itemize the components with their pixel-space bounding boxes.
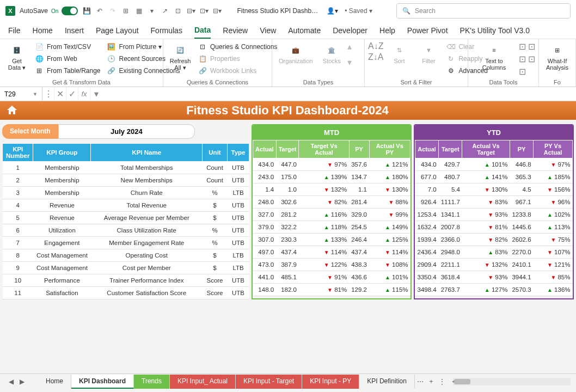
refresh-all-button[interactable]: 🔄 Refresh All ▾ — [167, 41, 194, 74]
whatif-button[interactable]: ⊞ What-If Analysis — [542, 41, 572, 73]
table-row[interactable]: 11SatisfactionCustomer Satisfaction Scor… — [3, 287, 249, 299]
enter-icon[interactable]: ✓ — [66, 87, 78, 101]
ribbon-tab-home[interactable]: Home — [33, 22, 53, 39]
table-row[interactable]: 434.0429.7▲ 101%446.8▼ 97% — [415, 158, 573, 171]
chevron-down-icon[interactable]: ▼ — [33, 91, 38, 97]
home-icon[interactable] — [4, 103, 20, 118]
table-row[interactable]: 307.0230.3▲ 133%246.4▲ 125% — [253, 234, 410, 246]
toggle-icon[interactable] — [62, 7, 78, 15]
table-row[interactable]: 7.05.4▼ 130%4.5▼ 156% — [415, 183, 573, 196]
ribbon-tab-view[interactable]: View — [260, 22, 276, 39]
table-row[interactable]: 434.0447.0▼ 97%357.6▲ 121% — [253, 158, 410, 171]
table-row[interactable]: 677.0480.7▲ 141%365.3▲ 185% — [415, 171, 573, 183]
prev-sheet-icon[interactable]: ◀ — [5, 378, 16, 385]
table-row[interactable]: 7EngagementMember Engagement Rate%UTB — [3, 237, 249, 249]
table-row[interactable]: 5RevenueAverage Revenue per Member$UTB — [3, 212, 249, 224]
qat-icon5[interactable]: ⊡ — [174, 7, 182, 15]
table-row[interactable]: 6UtilizationClass Utilization Rate%UTB — [3, 224, 249, 237]
table-row[interactable]: 8Cost ManagementOperating Cost$LTB — [3, 249, 249, 262]
more-tabs-icon[interactable]: ⋯ — [415, 378, 426, 385]
month-value[interactable]: July 2024 — [58, 124, 195, 139]
chevron-up-icon[interactable]: ▴ — [347, 41, 352, 52]
tool-icon[interactable]: ⊡ — [519, 66, 526, 77]
next-sheet-icon[interactable]: ▶ — [16, 378, 27, 385]
tabs-menu-icon[interactable]: ⋮ — [437, 378, 448, 385]
tool-icon[interactable]: ⊡ — [519, 41, 526, 52]
qat-icon2[interactable]: ▦ — [134, 7, 143, 15]
qat-icon[interactable]: ⊞ — [121, 7, 130, 15]
sheet-tab-kpiinputactual[interactable]: KPI Input_ Actual — [170, 375, 236, 389]
scroll-thumb[interactable] — [454, 379, 470, 384]
search-input[interactable]: 🔍 Search — [396, 3, 571, 19]
table-row[interactable]: 3350.43618.4▼ 93%3944.1▼ 85% — [415, 271, 573, 284]
tool-icon[interactable]: ⊡ — [528, 54, 535, 64]
from-table-button[interactable]: ⊞From Table/Range — [33, 65, 103, 76]
table-row[interactable]: 2MembershipNew MembershipsCountUTB — [3, 174, 249, 187]
share-icon[interactable]: 👤▾ — [327, 7, 338, 15]
table-row[interactable]: 327.0281.2▲ 116%329.0▼ 99% — [253, 209, 410, 221]
tool-icon[interactable]: ⊡ — [519, 54, 526, 64]
sheet-tab-kpidashboard[interactable]: KPI Dashboard — [71, 375, 134, 389]
table-row[interactable]: 1MembershipTotal MembershipsCountUTB — [3, 162, 249, 174]
select-month-button[interactable]: Select Month — [2, 124, 58, 139]
ribbon-tab-formulas[interactable]: Formulas — [151, 22, 182, 39]
ribbon-tab-pksutilitytoolv[interactable]: PK's Utility Tool V3.0 — [460, 22, 530, 39]
qat-icon6[interactable]: ⊟▾ — [187, 7, 195, 15]
saved-status[interactable]: • Saved ▾ — [345, 7, 372, 15]
undo-icon[interactable]: ↶ — [95, 7, 104, 15]
horizontal-scrollbar[interactable]: ◀ — [453, 378, 571, 385]
table-row[interactable]: 2909.42211.1▼ 132%2410.1▼ 121% — [415, 259, 573, 271]
table-row[interactable]: 10PerformanceTrainer Performance IndexSc… — [3, 274, 249, 287]
text-to-columns-button[interactable]: ≡ Text to Columns — [471, 41, 517, 73]
ribbon-tab-pagelayout[interactable]: Page Layout — [96, 22, 139, 39]
sort-button[interactable]: ⇅ Sort — [385, 41, 413, 66]
ribbon-tab-powerpivot[interactable]: Power Pivot — [407, 22, 448, 39]
table-row[interactable]: 1939.42366.0▼ 82%2602.6▼ 75% — [415, 234, 573, 246]
table-row[interactable]: 248.0302.6▼ 82%281.4▼ 88% — [253, 196, 410, 209]
table-row[interactable]: 1.41.0▼ 132%1.1▼ 130% — [253, 183, 410, 196]
table-row[interactable]: 1253.41341.1▼ 93%1233.8▲ 102% — [415, 209, 573, 221]
table-row[interactable]: 473.0387.9▼ 122%438.3▼ 108% — [253, 259, 410, 271]
qat-icon4[interactable]: ↗ — [161, 7, 169, 15]
qat-icon7[interactable]: ⊡▾ — [200, 7, 209, 15]
save-icon[interactable]: 💾 — [82, 7, 91, 15]
more-icon[interactable]: ⋮ — [42, 87, 54, 101]
qat-icon8[interactable]: ⊟▾ — [213, 7, 222, 15]
ribbon-tab-developer[interactable]: Developer — [333, 22, 367, 39]
table-row[interactable]: 9Cost ManagementCost per Member$LTB — [3, 262, 249, 274]
table-row[interactable]: 379.0322.2▲ 118%254.5▲ 149% — [253, 221, 410, 234]
tool-icon[interactable]: ⊡ — [528, 41, 535, 52]
ribbon-tab-insert[interactable]: Insert — [65, 22, 84, 39]
chevron-down-icon[interactable]: ▾ — [347, 57, 352, 68]
queries-conn-button[interactable]: ⊡Queries & Connections — [196, 41, 279, 52]
ribbon-tab-data[interactable]: Data — [194, 22, 211, 39]
filter-button[interactable]: ▼ Filter — [415, 41, 442, 66]
table-row[interactable]: 3498.42763.7▲ 127%2570.3▲ 136% — [415, 284, 573, 296]
table-row[interactable]: 2436.42948.0▲ 83%2270.0▼ 107% — [415, 246, 573, 259]
table-row[interactable]: 926.41111.7▼ 83%967.1▼ 96% — [415, 196, 573, 209]
table-row[interactable]: 441.0485.1▼ 91%436.6▲ 101% — [253, 271, 410, 284]
sort-az-icon[interactable]: A↓Z — [368, 41, 383, 51]
autosave-toggle[interactable]: AutoSave On — [20, 7, 78, 15]
table-row[interactable]: 497.0437.4▼ 114%437.4▼ 114% — [253, 246, 410, 259]
table-row[interactable]: 1632.42007.8▼ 81%1445.6▲ 113% — [415, 221, 573, 234]
chevron-down-icon[interactable]: ▾ — [90, 87, 102, 101]
from-web-button[interactable]: 🌐From Web — [33, 53, 103, 64]
ribbon-tab-review[interactable]: Review — [223, 22, 248, 39]
fx-icon[interactable]: fx — [78, 87, 90, 101]
sheet-tab-kpiinputtarget[interactable]: KPI Input - Target — [236, 375, 302, 389]
sort-za-icon[interactable]: Z↓A — [368, 52, 383, 62]
sheet-tab-kpidefinition[interactable]: KPI Definition — [359, 375, 415, 389]
qat-icon3[interactable]: ▾ — [148, 7, 156, 15]
cancel-icon[interactable]: ✕ — [54, 87, 66, 101]
ribbon-tab-file[interactable]: File — [8, 22, 21, 39]
table-row[interactable]: 243.0175.0▲ 139%134.7▲ 180% — [253, 171, 410, 183]
sheet-tab-trends[interactable]: Trends — [134, 375, 170, 389]
table-row[interactable]: 3MembershipChurn Rate%LTB — [3, 187, 249, 199]
redo-icon[interactable]: ↷ — [108, 7, 117, 15]
new-sheet-icon[interactable]: + — [426, 378, 437, 385]
name-box[interactable]: T29 ▼ — [0, 87, 42, 101]
from-text-button[interactable]: 📄From Text/CSV — [33, 41, 103, 52]
table-row[interactable]: 4RevenueTotal Revenue$UTB — [3, 199, 249, 212]
ribbon-tab-automate[interactable]: Automate — [288, 22, 321, 39]
